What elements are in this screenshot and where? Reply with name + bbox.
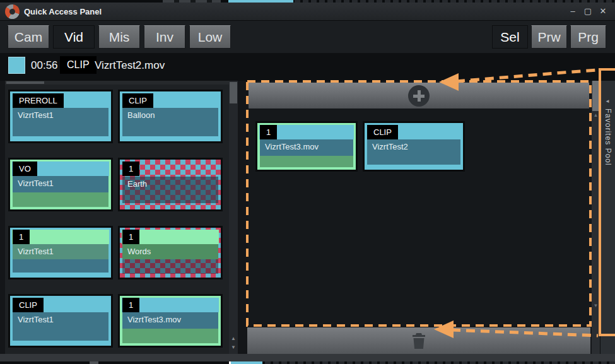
card-title: VizrtTest1: [13, 108, 108, 123]
tab-sel[interactable]: Sel: [492, 25, 528, 49]
source-tabs: Cam Vid Mis Inv Low: [8, 25, 231, 49]
scroll-up-icon[interactable]: ▲: [229, 336, 238, 342]
delete-drop-bar[interactable]: [247, 327, 590, 354]
card-thumbnail: VizrtTest3.mov: [122, 312, 218, 343]
tab-low[interactable]: Low: [189, 25, 231, 49]
drop-zone-header: [249, 83, 589, 109]
favorites-drop-zone[interactable]: VizrtTest3.mov 1 VizrtTest2 CLIP: [247, 81, 590, 326]
clip-card[interactable]: Earth 1: [120, 160, 221, 209]
card-badge: CLIP: [367, 125, 398, 139]
output-tabs: Sel Prw Prg: [492, 25, 606, 49]
card-title: VizrtTest1: [13, 312, 108, 327]
tab-vid[interactable]: Vid: [53, 25, 95, 49]
selected-clip-info-bar: 00:56 CLIP VizrtTest2.mov: [0, 53, 615, 81]
quick-access-panel-window: Quick Access Panel – ▢ ✕ Cam Vid Mis Inv…: [0, 0, 615, 364]
background-cyan-bar: [229, 361, 262, 364]
window-bottom-frame: [0, 354, 615, 361]
card-title: VizrtTest2: [367, 139, 460, 155]
vscrollbar-thumb[interactable]: [230, 82, 237, 103]
close-button[interactable]: ✕: [599, 6, 607, 16]
background-dotted-bar: [265, 361, 615, 364]
card-badge: 1: [122, 298, 139, 312]
card-thumbnail: VizrtTest1: [13, 312, 108, 341]
clip-color-swatch: [8, 57, 25, 74]
favorites-pool-label: Favorites Pool: [604, 109, 612, 166]
card-badge: PREROLL: [13, 93, 64, 108]
vizrt-logo-icon: [5, 4, 20, 19]
maximize-button[interactable]: ▢: [583, 6, 592, 16]
tab-prw[interactable]: Prw: [531, 25, 567, 49]
tab-inv[interactable]: Inv: [144, 25, 185, 49]
trash-icon[interactable]: [411, 332, 426, 349]
clip-card[interactable]: Words 1: [120, 228, 221, 278]
favorite-clip-card[interactable]: VizrtTest3.mov 1: [257, 123, 356, 170]
card-badge: CLIP: [122, 93, 153, 108]
scroll-down-icon[interactable]: ▼: [229, 344, 238, 351]
background-window-bottom-edge: [0, 361, 615, 364]
tab-mis[interactable]: Mis: [98, 25, 140, 49]
clip-filename: VizrtTest2.mov: [95, 59, 165, 72]
tab-bar: Cam Vid Mis Inv Low Sel Prw Prg: [0, 21, 615, 53]
card-badge: 1: [260, 125, 277, 139]
card-badge: CLIP: [13, 298, 44, 312]
clip-card[interactable]: Balloon CLIP: [120, 91, 221, 141]
card-title: VizrtTest3.mov: [122, 312, 218, 327]
hscrollbar-thumb[interactable]: [6, 81, 44, 84]
clip-duration: 00:56: [31, 59, 58, 72]
tab-cam[interactable]: Cam: [8, 25, 49, 49]
favorites-vertical-scrollbar[interactable]: ▲ ▼: [592, 81, 600, 354]
clip-card[interactable]: VizrtTest1 VO: [10, 160, 111, 209]
plus-icon[interactable]: [408, 85, 430, 107]
card-thumbnail: VizrtTest1: [13, 176, 108, 207]
clip-card[interactable]: VizrtTest1 CLIP: [10, 296, 111, 346]
card-thumbnail: VizrtTest2: [367, 139, 460, 165]
clip-card[interactable]: VizrtTest1 PREROLL: [10, 91, 111, 141]
card-thumbnail: VizrtTest1: [13, 244, 108, 273]
window-title: Quick Access Panel: [24, 7, 102, 16]
clip-type-badge: CLIP: [60, 56, 97, 74]
main-area: VizrtTest1 PREROLL Balloon CLIP VizrtTes…: [0, 81, 615, 354]
clip-card[interactable]: VizrtTest3.mov 1: [120, 296, 221, 346]
collapse-arrow-icon: ◄: [605, 98, 610, 104]
vscrollbar-thumb[interactable]: [592, 81, 599, 111]
library-vertical-scrollbar[interactable]: ▲ ▼: [229, 81, 238, 354]
card-thumbnail: VizrtTest3.mov: [260, 139, 353, 167]
minimize-button[interactable]: –: [568, 6, 577, 16]
card-badge: 1: [13, 230, 30, 244]
tab-prg[interactable]: Prg: [570, 25, 606, 49]
card-badge: 1: [122, 161, 139, 176]
card-thumbnail: Words: [122, 244, 218, 274]
card-title: VizrtTest1: [13, 244, 108, 259]
card-title: Balloon: [122, 108, 218, 123]
card-title: Earth: [122, 177, 218, 192]
scroll-up-icon[interactable]: ▲: [592, 112, 600, 119]
favorites-pool-side-tab[interactable]: ◄ Favorites Pool: [600, 81, 615, 354]
title-bar: Quick Access Panel – ▢ ✕: [0, 3, 615, 21]
favorite-clip-card[interactable]: VizrtTest2 CLIP: [365, 123, 463, 170]
card-thumbnail: VizrtTest1: [13, 108, 108, 136]
card-thumbnail: Earth: [122, 177, 218, 203]
card-badge: 1: [122, 230, 139, 244]
card-title: Words: [122, 244, 218, 259]
card-thumbnail: Balloon: [122, 108, 218, 136]
card-title: VizrtTest3.mov: [260, 139, 353, 155]
card-badge: VO: [13, 161, 37, 176]
library-horizontal-scrollbar[interactable]: [5, 81, 229, 85]
scroll-down-icon[interactable]: ▼: [592, 303, 600, 309]
background-gray-bar: [90, 361, 98, 364]
clip-card[interactable]: VizrtTest1 1: [10, 228, 111, 278]
card-title: VizrtTest1: [13, 176, 108, 191]
